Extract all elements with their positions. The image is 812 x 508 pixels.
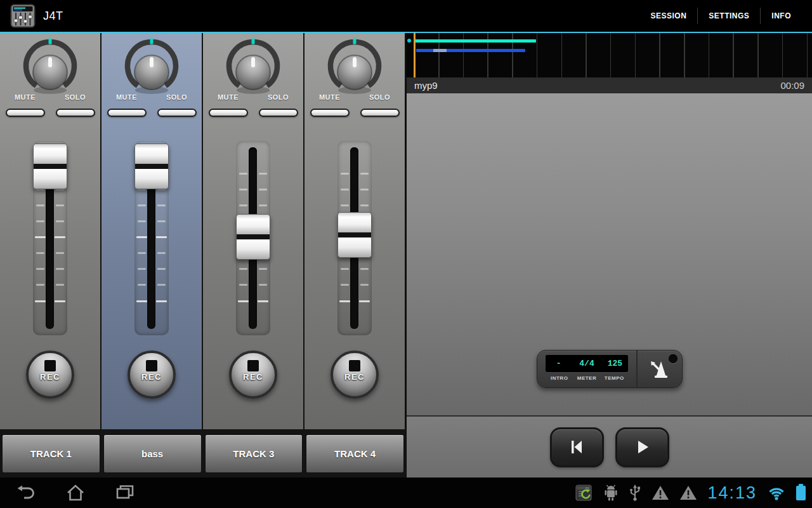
pan-center-tick xyxy=(353,39,357,44)
solo-button[interactable] xyxy=(157,109,197,117)
meter-label: METER xyxy=(573,375,600,381)
battery-icon[interactable] xyxy=(796,486,806,500)
track-name-band: TRACK 1 bass TRACK 3 TRACK 4 xyxy=(0,429,406,478)
channel-strip-2: MUTE SOLO REC xyxy=(102,33,203,429)
metronome-icon xyxy=(648,359,672,379)
pan-center-tick xyxy=(252,39,255,44)
channel-strip-4: MUTE SOLO REC xyxy=(304,33,406,429)
warning-icon[interactable] xyxy=(679,485,697,501)
mute-label: MUTE xyxy=(0,93,50,101)
timeline-gridline xyxy=(684,33,685,77)
timeline-status-bar: myp9 00:09 xyxy=(407,77,812,93)
solo-label: SOLO xyxy=(355,93,405,101)
timeline-gridline xyxy=(757,33,759,77)
system-nav-bar: 14:13 xyxy=(0,478,812,508)
right-panel: myp9 00:09 - 4/4 125 INTRO METER TEMPO xyxy=(406,33,812,478)
channel-strip-1: MUTE SOLO REC xyxy=(0,33,102,429)
rec-stop-glyph xyxy=(146,360,157,371)
fader-cap[interactable] xyxy=(33,144,67,189)
timeline-gridline xyxy=(807,33,808,77)
mute-label: MUTE xyxy=(203,93,253,101)
recents-button[interactable] xyxy=(114,483,136,502)
intro-label: INTRO xyxy=(546,375,573,381)
rec-stop-glyph xyxy=(44,360,56,371)
metronome-toggle-button[interactable] xyxy=(636,351,682,387)
warning-icon[interactable] xyxy=(652,485,669,501)
track-name-button-4[interactable]: TRACK 4 xyxy=(306,434,404,473)
solo-button[interactable] xyxy=(360,109,400,117)
timeline-clip-track1[interactable] xyxy=(415,39,536,43)
volume-fader[interactable] xyxy=(134,141,169,335)
fader-cap[interactable] xyxy=(236,214,270,260)
system-tray: 14:13 xyxy=(575,483,806,503)
action-bar-menu: SESSION SETTINGS INFO xyxy=(639,0,802,32)
timeline-clip-track2[interactable] xyxy=(416,49,525,52)
mute-label: MUTE xyxy=(102,93,152,101)
volume-fader[interactable] xyxy=(33,141,67,335)
rec-button[interactable]: REC xyxy=(331,351,379,399)
timeline-clip-track2[interactable] xyxy=(433,49,447,52)
rec-button[interactable]: REC xyxy=(26,351,74,399)
pan-center-tick xyxy=(49,39,52,44)
volume-fader[interactable] xyxy=(236,141,270,335)
transport-bar xyxy=(407,417,812,478)
timeline-gridline xyxy=(659,33,660,77)
play-icon xyxy=(632,439,652,455)
track-name-button-1[interactable]: TRACK 1 xyxy=(2,434,100,473)
app-icon[interactable] xyxy=(10,4,36,28)
play-button[interactable] xyxy=(615,427,669,467)
timeline[interactable] xyxy=(407,33,812,77)
pan-knob[interactable] xyxy=(304,37,405,113)
metronome-lcd[interactable]: - 4/4 125 xyxy=(546,355,628,372)
solo-button[interactable] xyxy=(259,109,298,117)
usb-icon[interactable] xyxy=(629,484,641,502)
timeline-gridline xyxy=(610,33,612,77)
pan-knob[interactable] xyxy=(203,37,303,113)
timeline-gridline xyxy=(635,33,636,77)
fader-cap[interactable] xyxy=(337,212,372,258)
mute-button[interactable] xyxy=(310,109,350,117)
tempo-value: 125 xyxy=(602,359,628,368)
app-sync-icon[interactable] xyxy=(575,484,593,502)
timeline-gridline xyxy=(709,33,710,77)
pan-knob[interactable] xyxy=(0,37,100,113)
session-name: myp9 xyxy=(414,80,438,91)
solo-label: SOLO xyxy=(253,93,303,101)
meter-value: 4/4 xyxy=(572,359,601,368)
menu-settings[interactable]: SETTINGS xyxy=(698,0,760,32)
back-button[interactable] xyxy=(15,483,37,502)
intro-value: - xyxy=(546,359,572,368)
menu-info[interactable]: INFO xyxy=(761,0,802,32)
usb-debugging-icon[interactable] xyxy=(603,484,619,502)
pan-center-tick xyxy=(150,39,154,44)
elapsed-time: 00:09 xyxy=(780,80,804,91)
wifi-icon[interactable] xyxy=(767,485,786,501)
menu-session[interactable]: SESSION xyxy=(639,0,697,32)
track-name-button-2[interactable]: bass xyxy=(103,434,202,473)
skip-to-start-button[interactable] xyxy=(550,427,604,467)
metronome-display-section: - 4/4 125 INTRO METER TEMPO xyxy=(537,351,636,387)
volume-fader[interactable] xyxy=(337,141,372,335)
timeline-gridline xyxy=(586,33,587,77)
timeline-gridline xyxy=(782,33,783,77)
tempo-label: TEMPO xyxy=(601,375,628,381)
metronome-led xyxy=(669,354,678,363)
solo-button[interactable] xyxy=(56,109,95,117)
rec-button[interactable]: REC xyxy=(128,351,176,399)
mute-button[interactable] xyxy=(107,109,147,117)
channel-strip-3: MUTE SOLO REC xyxy=(203,33,304,429)
record-marker-dot xyxy=(407,39,411,43)
status-clock[interactable]: 14:13 xyxy=(707,483,757,503)
fader-cap[interactable] xyxy=(134,144,169,189)
track-name-button-3[interactable]: TRACK 3 xyxy=(205,434,303,473)
action-bar: J4T SESSION SETTINGS INFO xyxy=(0,0,812,32)
pan-knob[interactable] xyxy=(102,37,202,113)
app-title: J4T xyxy=(43,10,63,23)
home-button[interactable] xyxy=(65,483,86,502)
rec-stop-glyph xyxy=(247,360,259,371)
solo-label: SOLO xyxy=(50,93,100,101)
rec-button[interactable]: REC xyxy=(229,351,277,399)
mute-button[interactable] xyxy=(6,109,45,117)
mute-button[interactable] xyxy=(209,109,248,117)
mute-label: MUTE xyxy=(304,93,355,101)
